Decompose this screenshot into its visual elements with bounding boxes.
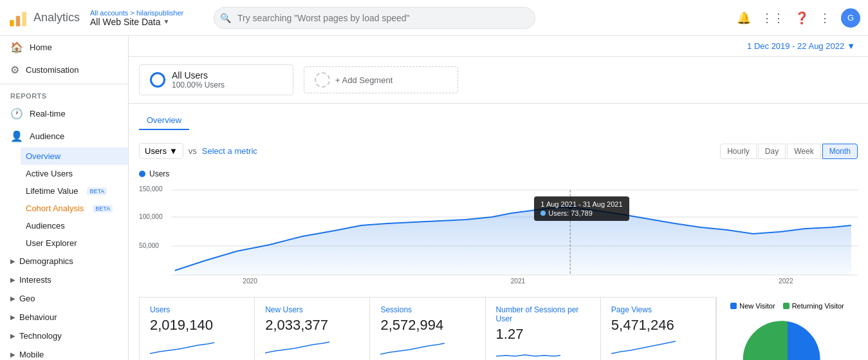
sidebar-item-mobile[interactable]: ▶ Mobile [0,345,128,360]
sidebar-item-home[interactable]: 🏠 Home [0,36,128,59]
new-visitor-legend-item: New Visitor [730,302,775,310]
demographics-arrow-icon: ▶ [10,258,15,265]
property-dropdown-arrow: ▼ [163,18,170,25]
mobile-arrow-icon: ▶ [10,351,15,358]
pie-legend: New Visitor Returning Visitor [730,302,844,310]
svg-text:2022: 2022 [779,278,793,285]
sidebar-item-technology[interactable]: ▶ Technology [0,327,128,345]
help-icon[interactable]: ❓ [795,11,809,25]
metric-value-sessions: 2,572,994 [380,317,474,334]
pie-chart-svg: 90.5% 9.5% [743,315,833,360]
topbar: Analytics All accounts > hilarispublishe… [0,0,868,36]
sparkline-sessions [380,337,445,357]
all-users-circle-icon [150,72,165,88]
svg-rect-2 [22,12,26,26]
more-options-icon[interactable]: ⋮ [819,11,831,25]
metric-card-new-users: New Users 2,033,377 [255,298,369,360]
segment-sub: 100.00% Users [172,81,225,90]
metric-label-page-views[interactable]: Page Views [611,305,705,314]
add-segment-button[interactable]: + Add Segment [304,66,458,93]
new-visitor-legend-dot [730,303,737,309]
home-icon: 🏠 [10,41,23,53]
realtime-icon: 🕐 [10,108,23,120]
chart-area: Users 150,000 100,000 50,000 2020 2021 2 [129,164,868,297]
search-input[interactable] [214,7,535,29]
account-info: All accounts > hilarispublisher All Web … [90,9,193,27]
chart-left-controls: Users ▼ vs Select a metric [139,143,257,159]
segment-bar: All Users 100.00% Users + Add Segment [129,57,868,104]
geo-arrow-icon: ▶ [10,295,15,302]
all-users-segment[interactable]: All Users 100.00% Users [139,64,293,95]
interests-arrow-icon: ▶ [10,276,15,283]
users-legend-label: Users [149,169,169,178]
sidebar-item-realtime[interactable]: 🕐 Real-time [0,102,128,125]
metric-selector[interactable]: Users ▼ [139,143,183,159]
analytics-logo-icon [8,8,28,28]
sidebar-item-lifetime-value[interactable]: Lifetime Value BETA [21,182,128,200]
metric-label-users[interactable]: Users [150,305,244,314]
sidebar-item-audience-header[interactable]: 👤 Audience [0,125,128,147]
time-period-buttons: Hourly Day Week Month [720,144,858,159]
sidebar: 🏠 Home ⚙ Customisation REPORTS 🕐 Real-ti… [0,36,129,360]
date-range-dropdown-icon: ▼ [847,41,855,51]
cohort-analysis-beta-badge: BETA [93,205,113,213]
svg-text:2021: 2021 [511,278,526,285]
sidebar-item-customisation[interactable]: ⚙ Customisation [0,59,128,81]
sidebar-item-interests[interactable]: ▶ Interests [0,270,128,289]
lifetime-value-beta-badge: BETA [87,187,107,195]
month-button[interactable]: Month [822,144,858,159]
metric-card-page-views: Page Views 5,471,246 [601,298,716,360]
metric-label-new-users[interactable]: New Users [265,305,359,314]
sparkline-page-views [611,337,676,357]
metrics-grid-top: Users 2,019,140 New Users 2,033,377 [139,297,716,360]
week-button[interactable]: Week [787,144,820,159]
user-avatar[interactable]: G [841,8,860,28]
svg-text:50,000: 50,000 [139,242,159,249]
returning-visitor-legend-item: Returning Visitor [783,302,844,310]
account-path[interactable]: All accounts > hilarispublisher [90,9,193,17]
sidebar-item-audiences[interactable]: Audiences [21,217,128,234]
metric-value-page-views: 5,471,246 [611,317,705,334]
metric-card-users: Users 2,019,140 [140,298,254,360]
sidebar-item-cohort-analysis[interactable]: Cohort Analysis BETA [21,200,128,217]
svg-rect-0 [10,20,14,26]
date-range-selector[interactable]: 1 Dec 2019 - 22 Aug 2022 ▼ [747,41,855,51]
notifications-icon[interactable]: 🔔 [737,11,751,25]
account-property[interactable]: All Web Site Data ▼ [90,17,193,27]
sidebar-item-overview[interactable]: Overview [21,147,128,165]
audience-icon: 👤 [10,130,23,142]
metric-label-sessions[interactable]: Sessions [380,305,474,314]
metrics-left: Users 2,019,140 New Users 2,033,377 [139,297,716,360]
metric-value-users: 2,019,140 [150,317,244,334]
svg-text:2020: 2020 [243,278,257,285]
audience-subnav: Overview Active Users Lifetime Value BET… [0,147,128,252]
users-legend-dot [139,171,145,177]
sidebar-item-active-users[interactable]: Active Users [21,165,128,182]
overview-tab[interactable]: Overview [139,111,189,130]
sparkline-sessions-per-user [496,346,560,360]
svg-rect-1 [16,15,20,26]
select-metric-link[interactable]: Select a metric [202,146,257,156]
day-button[interactable]: Day [758,144,786,159]
app-title: Analytics [33,11,80,24]
line-chart-svg: 150,000 100,000 50,000 2020 2021 2022 [139,184,858,287]
sidebar-item-geo[interactable]: ▶ Geo [0,289,128,308]
metric-value-sessions-per-user: 1.27 [496,326,590,343]
segment-name: All Users [172,70,225,81]
pie-section: New Visitor Returning Visitor [716,297,858,360]
metric-value-new-users: 2,033,377 [265,317,359,334]
apps-icon[interactable]: ⋮⋮ [761,11,784,25]
pie-chart: 90.5% 9.5% [743,315,833,360]
technology-arrow-icon: ▶ [10,332,15,339]
search-icon: 🔍 [220,13,231,23]
content-area: 1 Dec 2019 - 22 Aug 2022 ▼ All Users 100… [129,36,868,360]
metric-label-sessions-per-user[interactable]: Number of Sessions per User [496,305,590,323]
sidebar-item-behaviour[interactable]: ▶ Behaviour [0,308,128,327]
returning-visitor-slice [743,321,787,360]
metric-dropdown-icon: ▼ [169,146,178,156]
chart-controls: Users ▼ vs Select a metric Hourly Day We… [129,138,868,164]
sidebar-item-user-explorer[interactable]: User Explorer [21,234,128,252]
main-layout: 🏠 Home ⚙ Customisation REPORTS 🕐 Real-ti… [0,36,868,360]
sidebar-item-demographics[interactable]: ▶ Demographics [0,252,128,270]
hourly-button[interactable]: Hourly [720,144,757,159]
